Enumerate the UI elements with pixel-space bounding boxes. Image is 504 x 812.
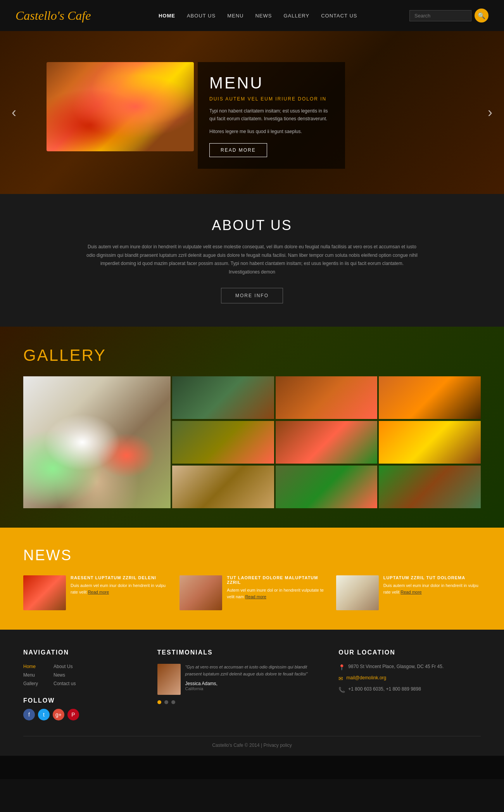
hero-text-2: Hitores legere me lius quod ii legunt sa… bbox=[209, 128, 333, 135]
footer-nav-title: NAVIGATION bbox=[23, 649, 142, 656]
news-thumb-2 bbox=[180, 575, 222, 610]
follow-title: FOLLOW bbox=[23, 697, 142, 704]
hero-title: MENU bbox=[209, 74, 333, 92]
gallery-thumb-1[interactable] bbox=[172, 376, 274, 419]
news-read-more-2[interactable]: Read more bbox=[245, 594, 266, 599]
footer-nav-home[interactable]: Home bbox=[23, 664, 38, 669]
testimonial-text-area: "Gys at vero eros et accumsan et iusto o… bbox=[185, 664, 323, 695]
location-phone-row: 📞 +1 800 603 6035, +1 800 889 9898 bbox=[338, 686, 481, 693]
testimonial-content: "Gys at vero eros et accumsan et iusto o… bbox=[157, 664, 323, 695]
nav-contact[interactable]: CONTACT US bbox=[321, 13, 357, 19]
gallery-thumb-3[interactable] bbox=[379, 376, 481, 419]
footer-nav-contact[interactable]: Contact us bbox=[54, 681, 76, 686]
gallery-title-white: GALL bbox=[23, 346, 69, 364]
gallery-title: GALLERY bbox=[23, 346, 481, 365]
location-email-row: ✉ mail@demolink.org bbox=[338, 675, 481, 682]
gallery-title-rest: RY bbox=[81, 346, 106, 364]
gallery-section: GALLERY bbox=[0, 327, 504, 528]
news-thumb-1 bbox=[23, 575, 66, 610]
testimonial-quote: "Gys at vero eros et accumsan et iusto o… bbox=[185, 664, 323, 677]
pinterest-icon[interactable]: P bbox=[67, 709, 79, 720]
footer-location: OUR LOCATION 📍 9870 St Vincent Place, Gl… bbox=[338, 649, 481, 720]
gallery-thumb-7[interactable] bbox=[172, 466, 274, 508]
hero-subtitle: DUIS AUTEM VEL EUM IRIURE DOLOR IN bbox=[209, 96, 333, 102]
location-phone: +1 800 603 6035, +1 800 889 9898 bbox=[348, 686, 421, 692]
news-grid: RAESENT LUPTATUM ZZRIL DELENI Duis autem… bbox=[23, 575, 481, 610]
navigation: HOME ABOUT US MENU NEWS GALLERY CONTACT … bbox=[106, 13, 409, 19]
googleplus-icon[interactable]: g+ bbox=[53, 709, 64, 720]
news-title-1: RAESENT LUPTATUM ZZRIL DELENI bbox=[71, 575, 168, 580]
footer-bottom: Castello's Cafe © 2014 | Privacy policy bbox=[23, 736, 481, 748]
footer: NAVIGATION Home Menu Gallery About Us Ne… bbox=[0, 630, 504, 756]
follow-section: FOLLOW f t g+ P bbox=[23, 697, 142, 720]
footer-navigation: NAVIGATION Home Menu Gallery About Us Ne… bbox=[23, 649, 142, 720]
news-title-3: LUPTATUM ZZRIL TUT DOLOREMA bbox=[383, 575, 481, 580]
hero-text-1: Typi non habent claritatem insitam; est … bbox=[209, 107, 333, 123]
gallery-grid bbox=[23, 376, 481, 508]
testimonial-avatar bbox=[157, 664, 181, 695]
news-item-2: TUT LAOREET DOLORE MALUPTATUM ZZRIL Aute… bbox=[180, 575, 324, 610]
news-item-3: LUPTATUM ZZRIL TUT DOLOREMA Duis autem v… bbox=[336, 575, 481, 610]
search-input[interactable] bbox=[409, 10, 471, 21]
news-read-more-1[interactable]: Read more bbox=[88, 590, 109, 594]
search-area: 🔍 bbox=[409, 9, 488, 23]
news-content-3: LUPTATUM ZZRIL TUT DOLOREMA Duis autem v… bbox=[383, 575, 481, 610]
dot-3 bbox=[171, 700, 175, 704]
nav-about[interactable]: ABOUT US bbox=[187, 13, 216, 19]
footer-testimonials: TESTIMONIALS "Gys at vero eros et accums… bbox=[157, 649, 323, 720]
gallery-thumb-2[interactable] bbox=[276, 376, 378, 419]
more-info-button[interactable]: MORE INFO bbox=[221, 288, 283, 303]
gallery-title-yellow: E bbox=[69, 346, 81, 364]
news-thumb-3 bbox=[336, 575, 379, 610]
hero-next-button[interactable]: › bbox=[488, 104, 492, 121]
search-button[interactable]: 🔍 bbox=[475, 9, 488, 23]
hero-read-more-button[interactable]: READ MORE bbox=[209, 143, 267, 157]
hero-section: MENU DUIS AUTEM VEL EUM IRIURE DOLOR IN … bbox=[0, 31, 504, 194]
nav-menu[interactable]: MENU bbox=[227, 13, 243, 19]
news-title-2: TUT LAOREET DOLORE MALUPTATUM ZZRIL bbox=[227, 575, 324, 585]
nav-gallery[interactable]: GALLERY bbox=[283, 13, 309, 19]
hero-content-box: MENU DUIS AUTEM VEL EUM IRIURE DOLOR IN … bbox=[198, 62, 345, 169]
dot-2 bbox=[164, 700, 168, 704]
news-text-2: Autem vel eum inure dol or in hendrerit … bbox=[227, 587, 324, 600]
footer-nav-links: Home Menu Gallery About Us News Contact … bbox=[23, 664, 142, 689]
location-title: OUR LOCATION bbox=[338, 649, 481, 656]
location-address: 9870 St Vincent Place, Glasgow, DC 45 Fr… bbox=[348, 664, 444, 669]
footer-nav-about[interactable]: About Us bbox=[54, 664, 76, 669]
gallery-thumb-8[interactable] bbox=[276, 466, 378, 508]
header: Castello's Cafe HOME ABOUT US MENU NEWS … bbox=[0, 0, 504, 31]
twitter-icon[interactable]: t bbox=[38, 709, 50, 720]
news-content-1: RAESENT LUPTATUM ZZRIL DELENI Duis autem… bbox=[71, 575, 168, 610]
dot-active bbox=[157, 700, 161, 704]
about-text: Duis autem vel eum inure dolor in hendre… bbox=[85, 243, 419, 276]
footer-nav-gallery[interactable]: Gallery bbox=[23, 681, 38, 686]
news-section: NEWS RAESENT LUPTATUM ZZRIL DELENI Duis … bbox=[0, 528, 504, 630]
nav-news[interactable]: NEWS bbox=[255, 13, 272, 19]
gallery-thumbnails bbox=[172, 376, 481, 508]
testimonial-dots bbox=[157, 699, 323, 706]
gallery-thumb-9[interactable] bbox=[379, 466, 481, 508]
search-icon: 🔍 bbox=[478, 12, 485, 19]
footer-nav-menu[interactable]: Menu bbox=[23, 672, 38, 678]
footer-nav-news[interactable]: News bbox=[54, 672, 76, 678]
news-read-more-3[interactable]: Read more bbox=[400, 590, 421, 594]
gallery-thumb-5[interactable] bbox=[276, 421, 378, 464]
news-text-3: Duis autem vel eum inur dolor in hendrer… bbox=[383, 582, 481, 595]
footer-nav-col-2: About Us News Contact us bbox=[54, 664, 76, 689]
logo: Castello's Cafe bbox=[16, 9, 91, 23]
gallery-thumb-6[interactable] bbox=[379, 421, 481, 464]
testimonial-location: California bbox=[185, 686, 323, 691]
location-email[interactable]: mail@demolink.org bbox=[346, 675, 386, 680]
facebook-icon[interactable]: f bbox=[23, 709, 35, 720]
testimonials-title: TESTIMONIALS bbox=[157, 649, 323, 656]
news-item-1: RAESENT LUPTATUM ZZRIL DELENI Duis autem… bbox=[23, 575, 168, 610]
gallery-main-image[interactable] bbox=[23, 376, 171, 508]
location-pin-icon: 📍 bbox=[338, 664, 345, 670]
hero-prev-button[interactable]: ‹ bbox=[12, 104, 16, 121]
news-text-1: Duis autem vel eum inur dolor in hendrer… bbox=[71, 582, 168, 595]
about-title: ABOUT US bbox=[31, 217, 473, 234]
nav-home[interactable]: HOME bbox=[159, 13, 175, 19]
footer-nav-col-1: Home Menu Gallery bbox=[23, 664, 38, 689]
gallery-thumb-4[interactable] bbox=[172, 421, 274, 464]
email-icon: ✉ bbox=[338, 675, 343, 682]
